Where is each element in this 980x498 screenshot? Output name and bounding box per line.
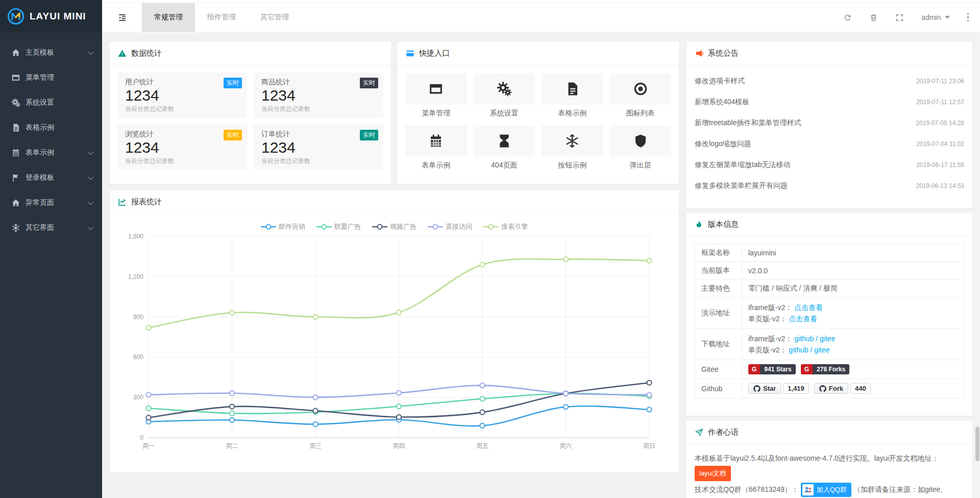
author-panel-header: 作者心语 — [687, 421, 972, 444]
version-link[interactable]: github — [794, 335, 814, 343]
stat-card: 浏览统计 1234 当前分类总记录数 实时 — [117, 125, 247, 170]
scrollbar-thumb[interactable] — [975, 426, 979, 461]
sidebar-item-label: 异常页面 — [26, 198, 54, 207]
window-icon — [11, 73, 20, 82]
tab[interactable]: 常规管理 — [142, 3, 195, 32]
sidebar-item-file[interactable]: 表格示例 — [0, 115, 102, 140]
notice-item[interactable]: 修复左侧菜单缩放tab无法移动 2019-06-17 11:55 — [687, 154, 972, 175]
gitee-badge[interactable]: G 941 Stars — [748, 364, 796, 374]
trash-icon[interactable] — [869, 13, 878, 22]
sidebar-item-calendar[interactable]: 表单示例 — [0, 140, 102, 165]
quick-entry-label: 按钮示例 — [542, 161, 603, 170]
username: admin — [921, 13, 941, 21]
github-badge-count: 1,419 — [783, 383, 809, 394]
svg-text:300: 300 — [133, 394, 143, 401]
stat-caption: 当前分类总记录数 — [125, 157, 239, 165]
notice-item[interactable]: 新增系统404模板 2019-07-11 12:57 — [687, 91, 972, 112]
github-badge[interactable]: Star 1,419 — [748, 383, 809, 394]
sidebar-item-flag[interactable]: 登录模板 — [0, 165, 102, 190]
quick-entry-dot-circle[interactable]: 图标列表 — [610, 73, 672, 118]
notice-item[interactable]: 修改选项卡样式 2019-07-11 23:06 — [687, 70, 972, 91]
panel-title: 数据统计 — [131, 49, 162, 58]
home-icon — [11, 48, 20, 57]
legend-marker-icon — [483, 224, 499, 230]
notice-item[interactable]: 修复多模块菜单栏展开有问题 2019-06-13 14:53 — [687, 175, 972, 196]
quick-entry-snowflake[interactable]: 按钮示例 — [542, 125, 603, 170]
tab[interactable]: 组件管理 — [195, 3, 248, 32]
version-link[interactable]: gitee — [820, 335, 835, 343]
home-icon — [11, 198, 20, 207]
sidebar-menu: 主页模板 菜单管理 系统设置 表格示例 表单示例 登录模板 异常页面 其它界面 — [0, 33, 102, 240]
sidebar-item-gears[interactable]: 系统设置 — [0, 90, 102, 115]
sidebar-item-label: 表单示例 — [26, 148, 54, 157]
join-qq-button[interactable]: 加入QQ群 — [801, 483, 851, 497]
sidebar-item-label: 主页模板 — [26, 48, 54, 57]
version-label: 下载地址 — [695, 329, 742, 360]
notice-title: 修改选项卡样式 — [695, 77, 745, 86]
notice-item[interactable]: 新增treetable插件和菜单管理样式 2019-07-05 14:28 — [687, 112, 972, 133]
quick-entry-gears[interactable]: 系统设置 — [474, 73, 535, 118]
gitee-badge-label: 278 Forks — [813, 364, 849, 374]
warning-triangle-icon — [118, 49, 127, 58]
chart-legend: 邮件营销 联盟广告 视频广告 直接访问 搜索引擎 — [110, 222, 679, 231]
notice-panel: 系统公告 修改选项卡样式 2019-07-11 23:06 新增系统404模板 … — [687, 42, 972, 208]
tab[interactable]: 其它管理 — [248, 3, 301, 32]
sidebar-item-snowflake[interactable]: 其它界面 — [0, 215, 102, 240]
quick-entry-label: 菜单管理 — [405, 109, 467, 118]
svg-text:周六: 周六 — [560, 442, 572, 449]
github-badge[interactable]: Fork 440 — [814, 383, 871, 394]
legend-item[interactable]: 视频广告 — [372, 222, 416, 231]
legend-item[interactable]: 搜索引擎 — [483, 222, 528, 231]
gitee-badge[interactable]: G 278 Forks — [801, 364, 849, 374]
stat-card: 商品统计 1234 当前分类总记录数 实时 — [254, 73, 383, 118]
more-menu-icon[interactable] — [967, 13, 969, 22]
bullhorn-icon — [695, 49, 703, 58]
realtime-badge: 实时 — [224, 78, 242, 88]
legend-item[interactable]: 邮件营销 — [261, 222, 305, 231]
version-row: 演示地址 iframe版-v2： 点击查看单页版-v2： 点击查看 — [695, 298, 964, 329]
sidebar-item-label: 其它界面 — [26, 223, 54, 232]
app-logo[interactable]: LAYUI MINI — [0, 0, 102, 33]
report-panel: 报表统计 邮件营销 联盟广告 视频广告 直接访问 搜索引擎 — [110, 191, 679, 472]
version-link[interactable]: 点击查看 — [794, 303, 823, 312]
legend-item[interactable]: 联盟广告 — [316, 222, 361, 231]
file-icon — [11, 123, 20, 132]
stat-caption: 当前分类总记录数 — [261, 105, 376, 113]
layui-doc-badge[interactable]: layui文档 — [695, 466, 731, 481]
legend-item[interactable]: 直接访问 — [428, 222, 472, 231]
hourglass-icon — [474, 125, 535, 157]
calendar-icon — [405, 125, 467, 157]
version-value: 零门槛 / 响应式 / 清爽 / 极简 — [748, 284, 838, 292]
svg-text:900: 900 — [133, 314, 143, 321]
quick-entry-window[interactable]: 菜单管理 — [405, 73, 467, 118]
version-link[interactable]: 点击查看 — [789, 315, 817, 323]
shield-icon — [610, 125, 672, 157]
quick-entry-label: 表格示例 — [542, 109, 603, 118]
notice-item[interactable]: 修改logo缩放问题 2019-07-04 11:02 — [687, 133, 972, 154]
github-octocat-icon — [819, 385, 826, 392]
fullscreen-icon[interactable] — [895, 13, 904, 22]
version-link[interactable]: gitee — [814, 346, 829, 354]
layui-logo-icon — [7, 8, 24, 25]
sidebar-collapse-button[interactable] — [102, 3, 142, 32]
svg-text:周四: 周四 — [393, 442, 405, 449]
sidebar-item-window[interactable]: 菜单管理 — [0, 65, 102, 90]
scrollbar[interactable] — [975, 33, 980, 498]
chevron-down-icon — [88, 149, 93, 154]
quick-entry-file[interactable]: 表格示例 — [542, 73, 603, 118]
stat-caption: 当前分类总记录数 — [261, 157, 376, 165]
user-menu[interactable]: admin — [921, 13, 949, 21]
refresh-icon[interactable] — [843, 13, 852, 22]
svg-text:周五: 周五 — [476, 442, 488, 449]
quick-entry-calendar[interactable]: 表单示例 — [405, 125, 467, 170]
sidebar-item-home[interactable]: 异常页面 — [0, 190, 102, 215]
calendar-icon — [11, 148, 20, 157]
notice-date: 2019-07-04 11:02 — [916, 140, 964, 148]
file-icon — [542, 73, 603, 105]
chevron-down-icon — [88, 49, 93, 54]
quick-entry-hourglass[interactable]: 404页面 — [474, 125, 535, 170]
sidebar-item-home[interactable]: 主页模板 — [0, 40, 102, 65]
quick-entry-shield[interactable]: 弹出层 — [610, 125, 672, 170]
version-link[interactable]: github — [789, 346, 808, 354]
header: 常规管理组件管理其它管理 admin — [102, 0, 980, 33]
